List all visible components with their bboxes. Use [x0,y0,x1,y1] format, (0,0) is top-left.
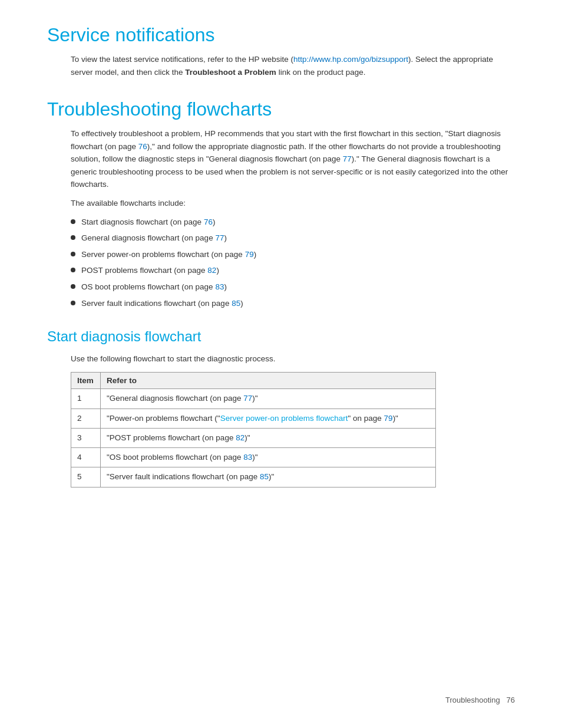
page-77-link-3[interactable]: 77 [243,394,252,403]
flowcharts-bullet-list: Start diagnosis flowchart (on page 76) G… [71,216,515,310]
list-item: OS boot problems flowchart (on page 83) [71,281,515,294]
table-header-row: Item Refer to [71,373,436,389]
intro-text-before-link: To view the latest service notifications… [71,55,293,64]
page-content: Service notifications To view the latest… [47,24,515,487]
page-footer: Troubleshooting 76 [445,696,515,704]
diagnosis-table: Item Refer to 1 "General diagnosis flowc… [71,372,436,487]
list-item-text: Server fault indications flowchart (on p… [81,297,243,310]
page-83-link-2[interactable]: 83 [243,453,252,462]
list-item-text: POST problems flowchart (on page 82) [81,264,219,277]
table-cell-item: 1 [71,389,101,409]
service-notifications-text: To view the latest service notifications… [71,53,515,78]
service-notifications-title: Service notifications [47,24,515,46]
table-header-refer: Refer to [101,373,436,389]
troubleshoot-bold: Troubleshoot a Problem [185,68,276,77]
list-item-text: General diagnosis flowchart (on page 77) [81,232,227,245]
table-row: 3 "POST problems flowchart (on page 82)" [71,428,436,447]
start-diagnosis-intro: Use the following flowchart to start the… [71,353,515,365]
page-85-link-2[interactable]: 85 [260,472,269,481]
footer-page-number: 76 [507,696,515,704]
page-85-link-1[interactable]: 85 [232,299,240,308]
bullet-dot [71,268,75,272]
table-row: 2 "Power-on problems flowchart ("Server … [71,409,436,428]
table-cell-refer: "General diagnosis flowchart (on page 77… [101,389,436,409]
bullet-dot [71,235,75,240]
hp-bizsupport-link[interactable]: http://www.hp.com/go/bizsupport [293,55,408,64]
page-77-link-1[interactable]: 77 [343,154,352,163]
start-diagnosis-section: Start diagnosis flowchart Use the follow… [47,328,515,487]
start-diagnosis-title: Start diagnosis flowchart [47,328,515,345]
start-diagnosis-body: Use the following flowchart to start the… [47,353,515,487]
table-cell-item: 3 [71,428,101,447]
table-cell-refer: "POST problems flowchart (on page 82)" [101,428,436,447]
bullet-dot [71,301,75,305]
list-item-text: Start diagnosis flowchart (on page 76) [81,216,215,229]
page-77-link-2[interactable]: 77 [215,233,224,242]
table-cell-item: 5 [71,467,101,487]
table-cell-item: 4 [71,448,101,467]
troubleshooting-flowcharts-section: Troubleshooting flowcharts To effectivel… [47,98,515,310]
table-row: 5 "Server fault indications flowchart (o… [71,467,436,487]
intro-text-end: link on the product page. [276,68,366,77]
diagnosis-table-container: Item Refer to 1 "General diagnosis flowc… [71,372,515,487]
page-76-link-1[interactable]: 76 [138,142,147,151]
service-notifications-intro: To view the latest service notifications… [47,53,515,78]
bullet-dot [71,219,75,224]
flowcharts-body-1: To effectively troubleshoot a problem, H… [71,127,515,191]
table-cell-item: 2 [71,409,101,428]
flowcharts-body-2: The available flowcharts include: [71,197,515,210]
table-row: 4 "OS boot problems flowchart (on page 8… [71,448,436,467]
table-header-item: Item [71,373,101,389]
page-83-link-1[interactable]: 83 [215,282,224,291]
bullet-dot [71,284,75,289]
list-item: General diagnosis flowchart (on page 77) [71,232,515,245]
page-79-link-1[interactable]: 79 [245,250,254,259]
list-item-text: Server power-on problems flowchart (on p… [81,248,256,261]
list-item-text: OS boot problems flowchart (on page 83) [81,281,227,294]
page-76-link-2[interactable]: 76 [204,218,213,226]
table-cell-refer: "Server fault indications flowchart (on … [101,467,436,487]
list-item: Server power-on problems flowchart (on p… [71,248,515,261]
footer-text: Troubleshooting [445,696,500,704]
troubleshooting-flowcharts-body: To effectively troubleshoot a problem, H… [47,127,515,309]
page-82-link-1[interactable]: 82 [207,266,216,275]
troubleshooting-flowcharts-title: Troubleshooting flowcharts [47,98,515,120]
service-notifications-section: Service notifications To view the latest… [47,24,515,79]
list-item: Start diagnosis flowchart (on page 76) [71,216,515,229]
list-item: POST problems flowchart (on page 82) [71,264,515,277]
table-cell-refer: "OS boot problems flowchart (on page 83)… [101,448,436,467]
list-item: Server fault indications flowchart (on p… [71,297,515,310]
bullet-dot [71,252,75,256]
server-power-on-link[interactable]: Server power-on problems flowchart [220,414,348,423]
table-cell-refer: "Power-on problems flowchart ("Server po… [101,409,436,428]
table-row: 1 "General diagnosis flowchart (on page … [71,389,436,409]
page-79-link-2[interactable]: 79 [384,414,393,423]
page-82-link-2[interactable]: 82 [236,433,244,442]
